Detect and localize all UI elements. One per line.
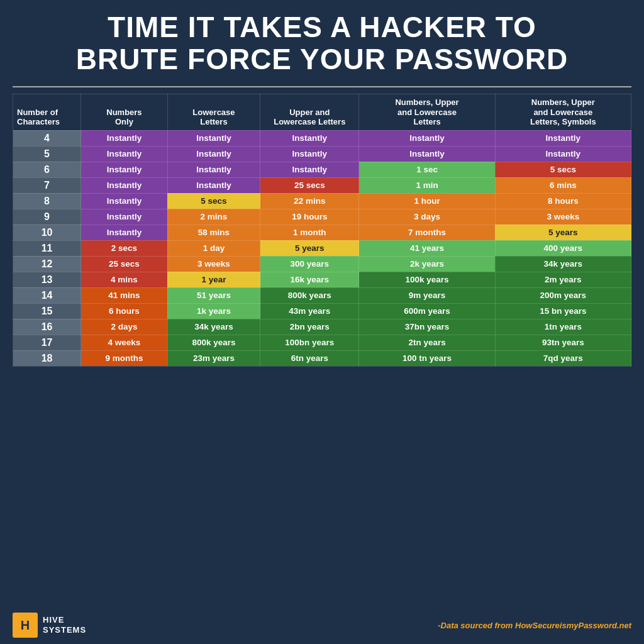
cell-r3-c1: Instantly — [81, 177, 168, 193]
data-source: -Data sourced from HowSecureismyPassword… — [438, 621, 631, 630]
col-header-mixed-case: Upper andLowercase Letters — [260, 94, 359, 131]
cell-r7-c2: 1 day — [167, 240, 260, 256]
cell-r14-c5: 7qd years — [495, 350, 631, 366]
cell-r10-c3: 800k years — [260, 287, 359, 303]
cell-r1-c3: Instantly — [260, 146, 359, 162]
password-table: Number ofCharacters NumbersOnly Lowercas… — [13, 94, 631, 367]
cell-r4-c4: 1 hour — [359, 193, 495, 209]
logo-text: HIVE SYSTEMS — [43, 615, 86, 635]
row-chars: 12 — [13, 256, 81, 272]
cell-r12-c2: 34k years — [167, 319, 260, 335]
cell-r14-c2: 23m years — [167, 350, 260, 366]
cell-r8-c1: 25 secs — [81, 256, 168, 272]
cell-r13-c5: 93tn years — [495, 335, 631, 350]
cell-r6-c5: 5 years — [495, 225, 631, 240]
cell-r5-c3: 19 hours — [260, 209, 359, 225]
cell-r10-c5: 200m years — [495, 287, 631, 303]
logo: H HIVE SYSTEMS — [13, 613, 86, 638]
cell-r7-c5: 400 years — [495, 240, 631, 256]
cell-r13-c1: 4 weeks — [81, 335, 168, 350]
cell-r11-c2: 1k years — [167, 303, 260, 319]
col-header-numbers-mixed: Numbers, Upperand LowercaseLetters — [359, 94, 495, 131]
cell-r13-c3: 100bn years — [260, 335, 359, 350]
cell-r0-c5: Instantly — [495, 130, 631, 146]
col-header-numbers: NumbersOnly — [81, 94, 168, 131]
cell-r14-c4: 100 tn years — [359, 350, 495, 366]
cell-r4-c5: 8 hours — [495, 193, 631, 209]
cell-r4-c2: 5 secs — [167, 193, 260, 209]
cell-r8-c5: 34k years — [495, 256, 631, 272]
cell-r10-c1: 41 mins — [81, 287, 168, 303]
cell-r5-c5: 3 weeks — [495, 209, 631, 225]
cell-r13-c4: 2tn years — [359, 335, 495, 350]
cell-r1-c1: Instantly — [81, 146, 168, 162]
cell-r10-c2: 51 years — [167, 287, 260, 303]
cell-r9-c5: 2m years — [495, 272, 631, 287]
logo-icon: H — [13, 613, 38, 638]
row-chars: 15 — [13, 303, 81, 319]
cell-r11-c4: 600m years — [359, 303, 495, 319]
cell-r8-c2: 3 weeks — [167, 256, 260, 272]
cell-r2-c4: 1 sec — [359, 162, 495, 177]
cell-r5-c2: 2 mins — [167, 209, 260, 225]
cell-r9-c4: 100k years — [359, 272, 495, 287]
cell-r7-c3: 5 years — [260, 240, 359, 256]
cell-r3-c5: 6 mins — [495, 177, 631, 193]
cell-r4-c1: Instantly — [81, 193, 168, 209]
cell-r1-c2: Instantly — [167, 146, 260, 162]
cell-r8-c4: 2k years — [359, 256, 495, 272]
cell-r14-c3: 6tn years — [260, 350, 359, 366]
cell-r11-c1: 6 hours — [81, 303, 168, 319]
row-chars: 14 — [13, 287, 81, 303]
cell-r13-c2: 800k years — [167, 335, 260, 350]
cell-r0-c1: Instantly — [81, 130, 168, 146]
cell-r6-c4: 7 months — [359, 225, 495, 240]
cell-r1-c4: Instantly — [359, 146, 495, 162]
cell-r0-c4: Instantly — [359, 130, 495, 146]
row-chars: 9 — [13, 209, 81, 225]
col-header-chars: Number ofCharacters — [13, 94, 81, 131]
main-container: TIME IT TAKES A HACKER TO BRUTE FORCE YO… — [0, 0, 644, 644]
row-chars: 4 — [13, 130, 81, 146]
cell-r10-c4: 9m years — [359, 287, 495, 303]
cell-r9-c3: 16k years — [260, 272, 359, 287]
footer: H HIVE SYSTEMS -Data sourced from HowSec… — [13, 609, 631, 638]
cell-r2-c5: 5 secs — [495, 162, 631, 177]
row-chars: 10 — [13, 225, 81, 240]
cell-r3-c2: Instantly — [167, 177, 260, 193]
table-wrapper: Number ofCharacters NumbersOnly Lowercas… — [13, 94, 631, 609]
cell-r6-c2: 58 mins — [167, 225, 260, 240]
cell-r9-c1: 4 mins — [81, 272, 168, 287]
cell-r12-c3: 2bn years — [260, 319, 359, 335]
row-chars: 17 — [13, 335, 81, 350]
cell-r12-c5: 1tn years — [495, 319, 631, 335]
cell-r3-c4: 1 min — [359, 177, 495, 193]
col-header-all: Numbers, Upperand LowercaseLetters, Symb… — [495, 94, 631, 131]
cell-r3-c3: 25 secs — [260, 177, 359, 193]
cell-r0-c3: Instantly — [260, 130, 359, 146]
cell-r12-c1: 2 days — [81, 319, 168, 335]
row-chars: 6 — [13, 162, 81, 177]
divider — [13, 86, 631, 87]
row-chars: 16 — [13, 319, 81, 335]
cell-r2-c2: Instantly — [167, 162, 260, 177]
cell-r5-c4: 3 days — [359, 209, 495, 225]
cell-r12-c4: 37bn years — [359, 319, 495, 335]
cell-r2-c3: Instantly — [260, 162, 359, 177]
main-title: TIME IT TAKES A HACKER TO BRUTE FORCE YO… — [13, 11, 631, 75]
row-chars: 11 — [13, 240, 81, 256]
cell-r14-c1: 9 months — [81, 350, 168, 366]
row-chars: 18 — [13, 350, 81, 366]
cell-r1-c5: Instantly — [495, 146, 631, 162]
cell-r5-c1: Instantly — [81, 209, 168, 225]
row-chars: 8 — [13, 193, 81, 209]
cell-r6-c1: Instantly — [81, 225, 168, 240]
cell-r2-c1: Instantly — [81, 162, 168, 177]
cell-r7-c4: 41 years — [359, 240, 495, 256]
row-chars: 5 — [13, 146, 81, 162]
cell-r9-c2: 1 year — [167, 272, 260, 287]
cell-r8-c3: 300 years — [260, 256, 359, 272]
row-chars: 7 — [13, 177, 81, 193]
cell-r11-c3: 43m years — [260, 303, 359, 319]
cell-r4-c3: 22 mins — [260, 193, 359, 209]
